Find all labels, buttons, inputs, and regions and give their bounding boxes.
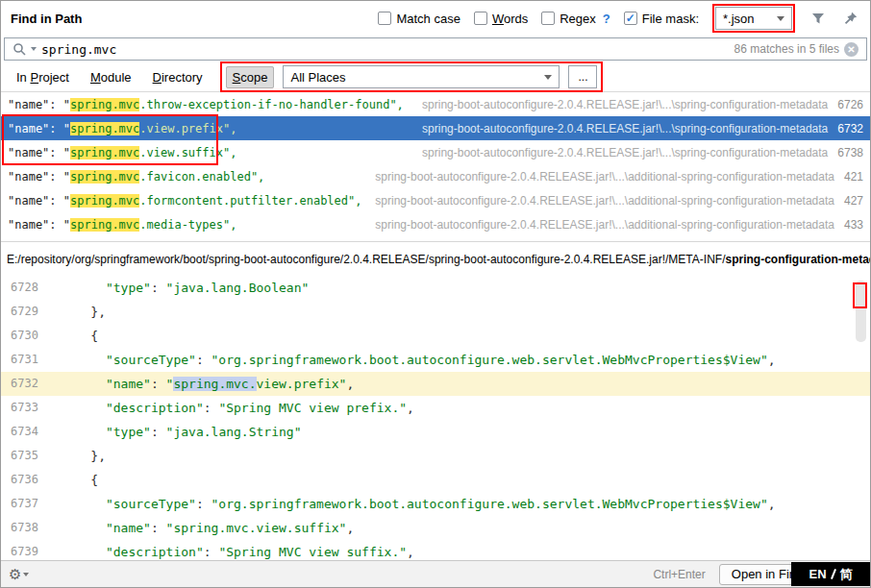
scope-tab-module[interactable]: Module <box>85 67 137 87</box>
result-match-highlight: spring.mvc <box>70 146 139 159</box>
result-line-number: 421 <box>844 170 863 184</box>
regex-help-link[interactable]: ? <box>603 12 610 26</box>
result-location: spring-boot-autoconfigure-2.0.4.RELEASE.… <box>422 98 828 111</box>
editor-line[interactable]: 6736 { <box>1 468 870 492</box>
scope-tab-in-project[interactable]: In Project <box>11 67 75 87</box>
ime-pen-icon <box>831 569 836 579</box>
line-number: 6733 <box>1 396 61 420</box>
file-path-emphasis: spring-configuration-metada <box>725 253 870 266</box>
match-case-label: Match case <box>396 12 460 26</box>
results-list: "name": "spring.mvc.throw-exception-if-n… <box>1 92 870 236</box>
result-row[interactable]: "name": "spring.mvc.view.prefix",spring-… <box>1 116 870 140</box>
code-text: "type": "java.lang.String" <box>61 420 870 444</box>
code-text: "sourceType": "org.springframework.boot.… <box>61 492 870 516</box>
editor-line[interactable]: 6735 }, <box>1 444 870 468</box>
dialog-header: Find in Path Match case Words Regex ? Fi… <box>1 1 870 36</box>
line-number: 6732 <box>1 372 61 396</box>
result-separator: : " <box>49 98 70 111</box>
editor-line[interactable]: 6732 "name": "spring.mvc.view.prefix", <box>1 372 870 396</box>
search-row: spring.mvc 86 matches in 5 files ✕ <box>1 36 870 62</box>
editor-line[interactable]: 6730 { <box>1 324 870 348</box>
line-number: 6730 <box>1 324 61 348</box>
result-rest: .media-types", <box>139 218 236 232</box>
match-case-checkbox[interactable]: Match case <box>378 12 460 26</box>
result-key: "name" <box>8 146 49 159</box>
result-location-group: spring-boot-autoconfigure-2.0.4.RELEASE.… <box>375 194 863 208</box>
result-key: "name" <box>8 98 49 111</box>
result-rest: .view.prefix", <box>139 122 236 135</box>
editor-line[interactable]: 6731 "sourceType": "org.springframework.… <box>1 348 870 372</box>
line-number: 6729 <box>1 300 61 324</box>
result-location-group: spring-boot-autoconfigure-2.0.4.RELEASE.… <box>422 98 863 111</box>
search-icon <box>12 42 26 56</box>
result-row[interactable]: "name": "spring.mvc.throw-exception-if-n… <box>1 92 870 116</box>
regex-checkbox[interactable]: Regex ? <box>541 12 610 26</box>
result-row[interactable]: "name": "spring.mvc.view.suffix",spring-… <box>1 140 870 164</box>
scope-tab-directory[interactable]: Directory <box>147 67 209 87</box>
editor-lines: 6728 "type": "java.lang.Boolean"6729 },6… <box>1 276 870 560</box>
result-match-highlight: spring.mvc <box>70 218 139 232</box>
preview-file-path: E:/repository/org/springframework/boot/s… <box>1 241 870 276</box>
code-text: "name": "spring.mvc.view.suffix", <box>61 516 870 540</box>
dialog-title: Find in Path <box>11 12 82 26</box>
file-mask-label: File mask: <box>642 12 699 26</box>
code-text: "type": "java.lang.Boolean" <box>61 276 870 300</box>
result-key: "name" <box>8 122 49 135</box>
result-row[interactable]: "name": "spring.mvc.media-types",spring-… <box>1 212 870 236</box>
editor-line[interactable]: 6729 }, <box>1 300 870 324</box>
ime-language-indicator[interactable]: EN 简 <box>791 562 870 586</box>
result-line-number: 6732 <box>837 122 863 135</box>
result-separator: : " <box>49 122 70 135</box>
scope-tab-scope[interactable]: Scope <box>226 66 275 88</box>
editor-line[interactable]: 6733 "description": "Spring MVC view pre… <box>1 396 870 420</box>
result-separator: : " <box>49 146 70 159</box>
words-box-icon[interactable] <box>474 12 487 25</box>
settings-button[interactable]: ⚙ <box>9 566 29 583</box>
editor-scrollbar[interactable] <box>856 281 866 342</box>
clear-search-icon[interactable]: ✕ <box>844 42 859 57</box>
result-match-highlight: spring.mvc <box>70 170 139 184</box>
result-row[interactable]: "name": "spring.mvc.favicon.enabled",spr… <box>1 164 870 188</box>
search-history-arrow-icon[interactable] <box>31 47 37 51</box>
line-number: 6735 <box>1 444 61 468</box>
filter-results-button[interactable] <box>809 9 828 28</box>
ime-lang-text: EN <box>809 567 826 581</box>
line-number: 6737 <box>1 492 61 516</box>
code-text: "name": "spring.mvc.view.prefix", <box>61 372 870 396</box>
words-checkbox[interactable]: Words <box>474 12 528 26</box>
match-case-box-icon[interactable] <box>378 12 391 25</box>
pin-window-button[interactable] <box>841 9 860 28</box>
code-text: { <box>61 468 870 492</box>
result-key: "name" <box>8 194 49 208</box>
editor-line[interactable]: 6738 "name": "spring.mvc.view.suffix", <box>1 516 870 540</box>
regex-box-icon[interactable] <box>541 12 555 25</box>
scope-select[interactable]: All Places <box>283 65 560 88</box>
result-rest: .favicon.enabled", <box>139 170 264 184</box>
line-number: 6731 <box>1 348 61 372</box>
search-input[interactable]: spring.mvc 86 matches in 5 files ✕ <box>4 37 867 61</box>
browse-scopes-button[interactable]: ... <box>568 65 597 88</box>
result-key: "name" <box>8 218 49 232</box>
result-match-highlight: spring.mvc <box>70 122 139 135</box>
file-mask-box-icon[interactable] <box>624 12 637 25</box>
shortcut-hint: Ctrl+Enter <box>653 568 705 581</box>
line-number: 6739 <box>1 540 61 560</box>
chevron-down-icon <box>23 573 29 576</box>
scope-select-value: All Places <box>290 70 345 85</box>
code-text: "sourceType": "org.springframework.boot.… <box>61 348 870 372</box>
result-rest: .view.suffix", <box>139 146 236 159</box>
editor-line[interactable]: 6728 "type": "java.lang.Boolean" <box>1 276 870 300</box>
result-separator: : " <box>49 218 70 232</box>
editor-line[interactable]: 6737 "sourceType": "org.springframework.… <box>1 492 870 516</box>
file-mask-checkbox[interactable]: File mask: <box>624 12 699 26</box>
editor-preview[interactable]: 6728 "type": "java.lang.Boolean"6729 },6… <box>1 276 870 560</box>
editor-line[interactable]: 6739 "description": "Spring MVC view suf… <box>1 540 870 560</box>
file-mask-combo[interactable]: *.json <box>715 7 792 30</box>
code-text: }, <box>61 300 870 324</box>
scope-tabs: In ProjectModuleDirectory <box>11 67 209 87</box>
result-row[interactable]: "name": "spring.mvc.formcontent.putfilte… <box>1 188 870 212</box>
gear-icon: ⚙ <box>9 566 21 583</box>
editor-line[interactable]: 6734 "type": "java.lang.String" <box>1 420 870 444</box>
result-rest: .formcontent.putfilter.enabled", <box>139 194 361 208</box>
result-location-group: spring-boot-autoconfigure-2.0.4.RELEASE.… <box>375 218 863 232</box>
